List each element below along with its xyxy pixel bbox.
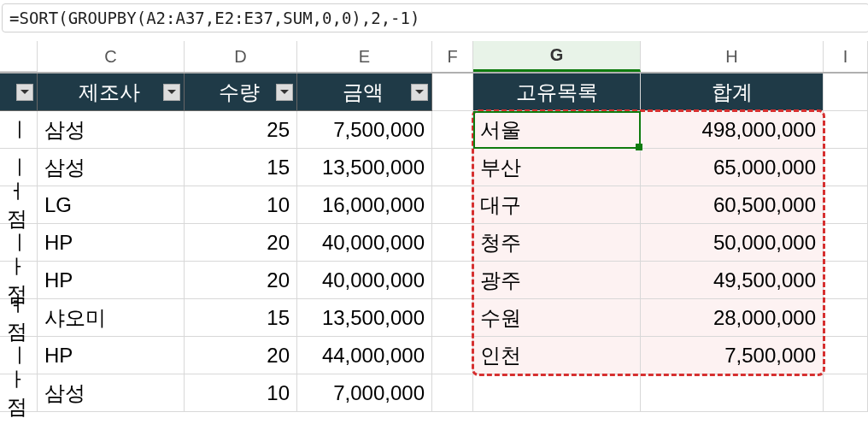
cell-total[interactable]: 28,000,000 xyxy=(641,299,824,337)
cell-city[interactable]: 대구 xyxy=(473,186,641,224)
cell-empty[interactable] xyxy=(432,224,473,262)
col-header-d[interactable]: D xyxy=(185,41,297,72)
cell-total[interactable]: 49,500,000 xyxy=(641,262,824,299)
cell-amount[interactable]: 40,000,000 xyxy=(297,262,432,299)
cell-qty[interactable]: 15 xyxy=(185,149,297,186)
header-label: 수량 xyxy=(219,79,260,106)
partial-cell[interactable]: ㅓ점 xyxy=(0,186,38,224)
cell-manufacturer[interactable]: HP xyxy=(38,262,185,299)
cell-empty[interactable] xyxy=(432,374,473,412)
header-qty[interactable]: 수량 xyxy=(185,74,297,111)
cell-manufacturer[interactable]: LG xyxy=(38,186,185,224)
cell-amount[interactable]: 16,000,000 xyxy=(297,186,432,224)
header-amount[interactable]: 금액 xyxy=(297,74,432,111)
table-row: ㅣ HP 20 40,000,000 청주 50,000,000 xyxy=(0,224,868,262)
cell-city[interactable]: 광주 xyxy=(473,262,641,299)
cell-empty[interactable] xyxy=(432,149,473,186)
header-label: 고유목록 xyxy=(516,79,598,106)
cell-empty[interactable] xyxy=(824,111,868,149)
cell-city[interactable]: 부산 xyxy=(473,149,641,186)
cell-amount[interactable]: 44,000,000 xyxy=(297,337,432,374)
table-row: ㅕ점 샤오미 15 13,500,000 수원 28,000,000 xyxy=(0,299,868,337)
cell-empty[interactable] xyxy=(432,186,473,224)
cell-total[interactable]: 65,000,000 xyxy=(641,149,824,186)
partial-cell[interactable]: ㅕ점 xyxy=(0,299,38,337)
formula-text: =SORT(GROUPBY(A2:A37,E2:E37,SUM,0,0),2,-… xyxy=(9,9,419,27)
header-label: 합계 xyxy=(712,79,753,106)
cell-manufacturer[interactable]: 삼성 xyxy=(38,111,185,149)
header-total[interactable]: 합계 xyxy=(641,74,824,111)
cell-empty[interactable] xyxy=(432,337,473,374)
header-manufacturer[interactable]: 제조사 xyxy=(38,74,185,111)
filter-dropdown-icon[interactable] xyxy=(411,84,428,101)
cell-manufacturer[interactable]: HP xyxy=(38,337,185,374)
cell-manufacturer[interactable]: 삼성 xyxy=(38,374,185,412)
cell-total[interactable]: 50,000,000 xyxy=(641,224,824,262)
cell-amount[interactable]: 7,500,000 xyxy=(297,111,432,149)
cell-amount[interactable]: 40,000,000 xyxy=(297,224,432,262)
table-row: ㅣ 삼성 15 13,500,000 부산 65,000,000 xyxy=(0,149,868,186)
cell-city[interactable]: 서울 xyxy=(473,111,641,149)
col-gap xyxy=(0,41,38,72)
cell-qty[interactable]: 15 xyxy=(185,299,297,337)
table-row: ㅏ점 HP 20 40,000,000 광주 49,500,000 xyxy=(0,262,868,299)
table-row: ㅏ점 삼성 10 7,000,000 xyxy=(0,374,868,412)
partial-cell[interactable]: ㅏ점 xyxy=(0,374,38,412)
cell-qty[interactable]: 10 xyxy=(185,374,297,412)
filter-dropdown-icon[interactable] xyxy=(16,84,33,101)
cell-empty[interactable] xyxy=(824,374,868,412)
header-row: 제조사 수량 금액 고유목록 합계 xyxy=(0,74,868,111)
col-header-h[interactable]: H xyxy=(641,41,824,72)
cell-manufacturer[interactable]: 샤오미 xyxy=(38,299,185,337)
cell-empty[interactable] xyxy=(824,262,868,299)
header-unique-list[interactable]: 고유목록 xyxy=(473,74,641,111)
table-row: ㅣ HP 20 44,000,000 인천 7,500,000 xyxy=(0,337,868,374)
cell-qty[interactable]: 20 xyxy=(185,224,297,262)
col-header-i[interactable]: I xyxy=(824,41,868,72)
cell-empty[interactable] xyxy=(473,374,641,412)
data-rows: 제조사 수량 금액 고유목록 합계 ㅣ 삼성 25 xyxy=(0,74,868,412)
col-header-e[interactable]: E xyxy=(297,41,432,72)
cell-empty[interactable] xyxy=(432,262,473,299)
cell-city[interactable]: 인천 xyxy=(473,337,641,374)
cell-amount[interactable]: 7,000,000 xyxy=(297,374,432,412)
col-header-g[interactable]: G xyxy=(473,41,641,72)
header-label: 금액 xyxy=(343,79,384,106)
spreadsheet-grid[interactable]: C D E F G H I 제조사 수량 금액 고 xyxy=(0,41,868,412)
cell-total[interactable]: 498,000,000 xyxy=(641,111,824,149)
cell-manufacturer[interactable]: 삼성 xyxy=(38,149,185,186)
cell-total[interactable]: 7,500,000 xyxy=(641,337,824,374)
column-header-row: C D E F G H I xyxy=(0,41,868,74)
cell-empty[interactable] xyxy=(432,299,473,337)
cell-amount[interactable]: 13,500,000 xyxy=(297,149,432,186)
cell-empty[interactable] xyxy=(824,186,868,224)
cell-qty[interactable]: 20 xyxy=(185,262,297,299)
cell-total[interactable]: 60,500,000 xyxy=(641,186,824,224)
cell-city[interactable]: 청주 xyxy=(473,224,641,262)
header-label: 제조사 xyxy=(79,79,140,106)
cell-city[interactable]: 수원 xyxy=(473,299,641,337)
partial-cell[interactable]: ㅣ xyxy=(0,111,38,149)
cell-qty[interactable]: 10 xyxy=(185,186,297,224)
table-row: ㅓ점 LG 10 16,000,000 대구 60,500,000 xyxy=(0,186,868,224)
filter-dropdown-icon[interactable] xyxy=(163,84,180,101)
cell-empty[interactable] xyxy=(824,299,868,337)
col-header-f[interactable]: F xyxy=(432,41,473,72)
table-row: ㅣ 삼성 25 7,500,000 서울 498,000,000 xyxy=(0,111,868,149)
cell-amount[interactable]: 13,500,000 xyxy=(297,299,432,337)
formula-bar[interactable]: =SORT(GROUPBY(A2:A37,E2:E37,SUM,0,0),2,-… xyxy=(2,3,868,32)
cell-empty[interactable] xyxy=(641,374,824,412)
cell-empty[interactable] xyxy=(824,74,868,111)
cell-empty[interactable] xyxy=(432,111,473,149)
cell-empty[interactable] xyxy=(824,337,868,374)
filter-dropdown-icon[interactable] xyxy=(276,84,293,101)
cell-empty[interactable] xyxy=(824,149,868,186)
col-header-c[interactable]: C xyxy=(38,41,185,72)
cell-qty[interactable]: 20 xyxy=(185,337,297,374)
partial-col-b[interactable] xyxy=(0,74,38,111)
cell-manufacturer[interactable]: HP xyxy=(38,224,185,262)
cell-empty[interactable] xyxy=(824,224,868,262)
cell-empty[interactable] xyxy=(432,74,473,111)
cell-qty[interactable]: 25 xyxy=(185,111,297,149)
